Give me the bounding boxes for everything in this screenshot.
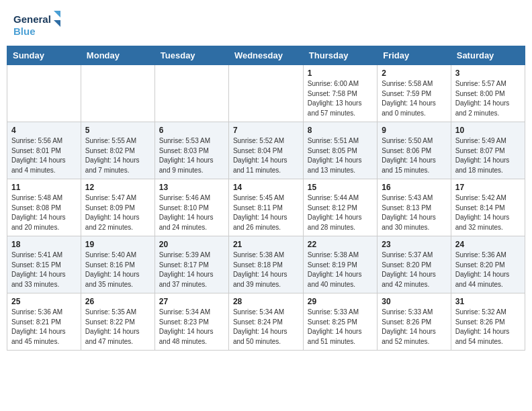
day-number: 26 [85, 297, 150, 306]
day-number: 20 [159, 240, 224, 249]
calendar-cell: 4Sunrise: 5:56 AM Sunset: 8:01 PM Daylig… [7, 122, 81, 179]
day-number: 31 [455, 297, 521, 306]
cell-info: Sunrise: 6:00 AM Sunset: 7:58 PM Dayligh… [308, 79, 373, 118]
day-number: 18 [11, 240, 77, 249]
calendar-cell: 11Sunrise: 5:48 AM Sunset: 8:08 PM Dayli… [7, 179, 81, 236]
cell-info: Sunrise: 5:44 AM Sunset: 8:12 PM Dayligh… [308, 193, 373, 232]
calendar-cell: 25Sunrise: 5:36 AM Sunset: 8:21 PM Dayli… [7, 293, 81, 351]
calendar-cell: 7Sunrise: 5:52 AM Sunset: 8:04 PM Daylig… [228, 122, 303, 179]
day-number: 25 [11, 297, 77, 306]
cell-info: Sunrise: 5:57 AM Sunset: 8:00 PM Dayligh… [455, 79, 521, 118]
calendar-cell: 22Sunrise: 5:38 AM Sunset: 8:19 PM Dayli… [303, 236, 377, 293]
svg-text:Blue: Blue [13, 26, 36, 37]
weekday-header-friday: Friday [378, 46, 451, 65]
calendar-cell: 1Sunrise: 6:00 AM Sunset: 7:58 PM Daylig… [303, 65, 377, 122]
cell-info: Sunrise: 5:32 AM Sunset: 8:26 PM Dayligh… [455, 308, 521, 347]
calendar-cell: 31Sunrise: 5:32 AM Sunset: 8:26 PM Dayli… [451, 293, 525, 351]
cell-info: Sunrise: 5:42 AM Sunset: 8:14 PM Dayligh… [455, 193, 521, 232]
day-number: 22 [308, 240, 373, 249]
day-number: 29 [308, 297, 373, 306]
day-number: 10 [455, 126, 521, 135]
calendar-cell: 23Sunrise: 5:37 AM Sunset: 8:20 PM Dayli… [378, 236, 451, 293]
calendar-week-row: 18Sunrise: 5:41 AM Sunset: 8:15 PM Dayli… [7, 236, 525, 293]
calendar-cell: 17Sunrise: 5:42 AM Sunset: 8:14 PM Dayli… [451, 179, 525, 236]
cell-info: Sunrise: 5:39 AM Sunset: 8:17 PM Dayligh… [159, 250, 224, 289]
svg-marker-3 [54, 20, 60, 27]
calendar-cell: 3Sunrise: 5:57 AM Sunset: 8:00 PM Daylig… [451, 65, 525, 122]
cell-info: Sunrise: 5:33 AM Sunset: 8:25 PM Dayligh… [308, 308, 373, 347]
cell-info: Sunrise: 5:40 AM Sunset: 8:16 PM Dayligh… [85, 250, 150, 289]
weekday-header-saturday: Saturday [451, 46, 525, 65]
calendar-cell [154, 65, 228, 122]
calendar-week-row: 1Sunrise: 6:00 AM Sunset: 7:58 PM Daylig… [7, 65, 525, 122]
cell-info: Sunrise: 5:51 AM Sunset: 8:05 PM Dayligh… [308, 136, 373, 175]
calendar-week-row: 4Sunrise: 5:56 AM Sunset: 8:01 PM Daylig… [7, 122, 525, 179]
cell-info: Sunrise: 5:38 AM Sunset: 8:19 PM Dayligh… [308, 250, 373, 289]
day-number: 2 [382, 68, 447, 78]
day-number: 21 [233, 240, 299, 249]
calendar-cell: 2Sunrise: 5:58 AM Sunset: 7:59 PM Daylig… [378, 65, 451, 122]
cell-info: Sunrise: 5:34 AM Sunset: 8:24 PM Dayligh… [233, 308, 299, 347]
calendar-cell: 20Sunrise: 5:39 AM Sunset: 8:17 PM Dayli… [154, 236, 228, 293]
calendar-cell [228, 65, 303, 122]
cell-info: Sunrise: 5:38 AM Sunset: 8:18 PM Dayligh… [233, 250, 299, 289]
day-number: 27 [159, 297, 224, 306]
cell-info: Sunrise: 5:34 AM Sunset: 8:23 PM Dayligh… [159, 308, 224, 347]
calendar-cell: 6Sunrise: 5:53 AM Sunset: 8:03 PM Daylig… [154, 122, 228, 179]
calendar-cell: 28Sunrise: 5:34 AM Sunset: 8:24 PM Dayli… [228, 293, 303, 351]
calendar-cell: 10Sunrise: 5:49 AM Sunset: 8:07 PM Dayli… [451, 122, 525, 179]
day-number: 16 [382, 183, 447, 192]
calendar-cell: 14Sunrise: 5:45 AM Sunset: 8:11 PM Dayli… [228, 179, 303, 236]
day-number: 14 [233, 183, 299, 192]
calendar-cell: 8Sunrise: 5:51 AM Sunset: 8:05 PM Daylig… [303, 122, 377, 179]
day-number: 23 [382, 240, 447, 249]
day-number: 13 [159, 183, 224, 192]
cell-info: Sunrise: 5:36 AM Sunset: 8:21 PM Dayligh… [11, 308, 77, 347]
cell-info: Sunrise: 5:45 AM Sunset: 8:11 PM Dayligh… [233, 193, 299, 232]
cell-info: Sunrise: 5:55 AM Sunset: 8:02 PM Dayligh… [85, 136, 150, 175]
calendar-cell: 19Sunrise: 5:40 AM Sunset: 8:16 PM Dayli… [81, 236, 154, 293]
day-number: 3 [455, 68, 521, 78]
calendar-table: SundayMondayTuesdayWednesdayThursdayFrid… [7, 46, 525, 351]
calendar-cell: 27Sunrise: 5:34 AM Sunset: 8:23 PM Dayli… [154, 293, 228, 351]
calendar-cell: 13Sunrise: 5:46 AM Sunset: 8:10 PM Dayli… [154, 179, 228, 236]
cell-info: Sunrise: 5:58 AM Sunset: 7:59 PM Dayligh… [382, 79, 447, 118]
day-number: 28 [233, 297, 299, 306]
weekday-header-row: SundayMondayTuesdayWednesdayThursdayFrid… [7, 46, 525, 65]
calendar-cell: 16Sunrise: 5:43 AM Sunset: 8:13 PM Dayli… [378, 179, 451, 236]
calendar-cell: 18Sunrise: 5:41 AM Sunset: 8:15 PM Dayli… [7, 236, 81, 293]
svg-text:General: General [13, 13, 51, 25]
calendar-cell [81, 65, 154, 122]
calendar-cell: 15Sunrise: 5:44 AM Sunset: 8:12 PM Dayli… [303, 179, 377, 236]
cell-info: Sunrise: 5:52 AM Sunset: 8:04 PM Dayligh… [233, 136, 299, 175]
weekday-header-sunday: Sunday [7, 46, 81, 65]
page-header: General Blue [0, 0, 532, 46]
day-number: 24 [455, 240, 521, 249]
logo-svg: General Blue [13, 11, 60, 40]
calendar-cell: 26Sunrise: 5:35 AM Sunset: 8:22 PM Dayli… [81, 293, 154, 351]
day-number: 8 [308, 126, 373, 135]
cell-info: Sunrise: 5:41 AM Sunset: 8:15 PM Dayligh… [11, 250, 77, 289]
calendar-cell: 12Sunrise: 5:47 AM Sunset: 8:09 PM Dayli… [81, 179, 154, 236]
svg-marker-2 [54, 11, 60, 17]
cell-info: Sunrise: 5:53 AM Sunset: 8:03 PM Dayligh… [159, 136, 224, 175]
cell-info: Sunrise: 5:33 AM Sunset: 8:26 PM Dayligh… [382, 308, 447, 347]
cell-info: Sunrise: 5:56 AM Sunset: 8:01 PM Dayligh… [11, 136, 77, 175]
day-number: 6 [159, 126, 224, 135]
cell-info: Sunrise: 5:48 AM Sunset: 8:08 PM Dayligh… [11, 193, 77, 232]
logo: General Blue [13, 11, 60, 40]
calendar-cell: 29Sunrise: 5:33 AM Sunset: 8:25 PM Dayli… [303, 293, 377, 351]
cell-info: Sunrise: 5:46 AM Sunset: 8:10 PM Dayligh… [159, 193, 224, 232]
day-number: 19 [85, 240, 150, 249]
cell-info: Sunrise: 5:49 AM Sunset: 8:07 PM Dayligh… [455, 136, 521, 175]
calendar-cell: 21Sunrise: 5:38 AM Sunset: 8:18 PM Dayli… [228, 236, 303, 293]
cell-info: Sunrise: 5:35 AM Sunset: 8:22 PM Dayligh… [85, 308, 150, 347]
weekday-header-monday: Monday [81, 46, 154, 65]
weekday-header-thursday: Thursday [303, 46, 377, 65]
day-number: 15 [308, 183, 373, 192]
cell-info: Sunrise: 5:43 AM Sunset: 8:13 PM Dayligh… [382, 193, 447, 232]
day-number: 30 [382, 297, 447, 306]
day-number: 1 [308, 68, 373, 78]
cell-info: Sunrise: 5:47 AM Sunset: 8:09 PM Dayligh… [85, 193, 150, 232]
day-number: 7 [233, 126, 299, 135]
